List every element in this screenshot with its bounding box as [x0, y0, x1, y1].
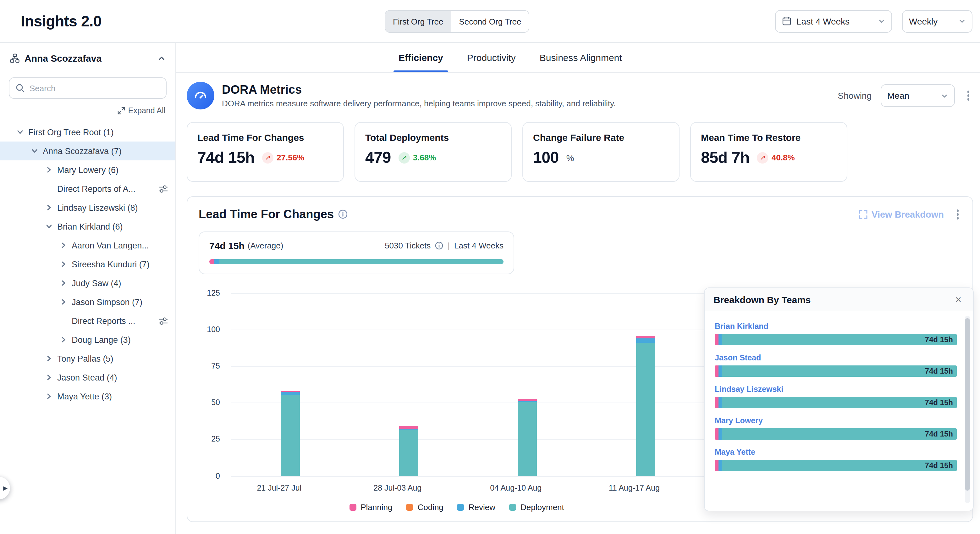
sidebar-user-name: Anna Scozzafava: [24, 53, 153, 64]
lead-time-menu-button[interactable]: [953, 206, 963, 222]
chevron-right-icon[interactable]: [44, 372, 54, 383]
tree-item-jason-simpson-7[interactable]: Jason Simpson (7): [0, 292, 175, 311]
breakdown-scrollbar: [965, 316, 970, 503]
chevron-right-icon[interactable]: [59, 240, 68, 250]
metric-card-value: 74d 15h: [197, 148, 255, 167]
org-sidebar: Anna Scozzafava Expand All First Org Tre…: [0, 43, 176, 534]
dora-title: DORA Metrics: [222, 83, 616, 97]
tree-item-label: Lindsay Liszewski (8): [57, 203, 138, 212]
x-tick-label: 21 Jul-27 Jul: [257, 483, 301, 492]
chevron-right-icon[interactable]: [44, 165, 54, 175]
tree-item-first-org-tree-root-1[interactable]: First Org Tree Root (1): [0, 123, 175, 142]
breakdown-team-name[interactable]: Mary Lowery: [715, 416, 763, 425]
tab-business-alignment[interactable]: Business Alignment: [540, 43, 622, 72]
tree-item-jason-stead-4[interactable]: Jason Stead (4): [0, 368, 175, 387]
tree-item-judy-saw-4[interactable]: Judy Saw (4): [0, 274, 175, 292]
chevron-right-icon[interactable]: [59, 259, 68, 269]
dora-menu-button[interactable]: [963, 88, 973, 104]
dora-controls: Showing Mean: [838, 84, 973, 107]
breakdown-bar-segment-deployment: [722, 397, 957, 408]
tree-item-sireesha-kunduri-7[interactable]: Sireesha Kunduri (7): [0, 255, 175, 274]
trend-up-arrow-icon: ↗: [262, 152, 274, 163]
top-header: Insights 2.0 First Org TreeSecond Org Tr…: [0, 0, 980, 43]
chevron-right-icon[interactable]: [59, 335, 68, 345]
breakdown-bar-segment-review: [719, 365, 722, 377]
chevron-right-icon[interactable]: [44, 354, 54, 363]
breakdown-team-name[interactable]: Jason Stead: [715, 354, 761, 362]
tree-item-aaron-van-langen[interactable]: Aaron Van Langen...: [0, 236, 175, 255]
search-input[interactable]: [30, 83, 160, 93]
x-tick-label: 11 Aug-17 Aug: [609, 483, 660, 492]
chart-bar-04-aug-10-aug[interactable]: [518, 399, 536, 476]
breakdown-team-name[interactable]: Brian Kirkland: [715, 322, 768, 331]
metric-card-value-row: 100%: [533, 148, 669, 167]
chevron-down-icon[interactable]: [44, 222, 54, 231]
granularity-select[interactable]: Weekly: [902, 10, 972, 32]
close-icon[interactable]: ✕: [952, 293, 964, 305]
expand-all-button[interactable]: Expand All: [10, 106, 165, 115]
breakdown-team-name[interactable]: Maya Yette: [715, 448, 755, 457]
expand-all-label: Expand All: [128, 106, 165, 115]
org-tree-toggle-second-org-tree[interactable]: Second Org Tree: [451, 11, 529, 32]
breakdown-bar-segment-planning: [715, 365, 719, 377]
breakdown-panel-title: Breakdown By Teams: [713, 294, 811, 305]
dora-description: DORA metrics measure software delivery p…: [222, 99, 616, 108]
chart-legend: PlanningCodingReviewDeployment: [220, 502, 694, 512]
main-content: EfficiencyProductivityBusiness Alignment…: [176, 43, 980, 534]
tree-item-direct-reports-of-a[interactable]: Direct Reports of A...: [0, 179, 175, 198]
info-icon[interactable]: [338, 210, 348, 219]
chevron-right-icon[interactable]: [59, 278, 68, 288]
x-tick-label: 04 Aug-10 Aug: [490, 483, 541, 492]
tab-efficiency[interactable]: Efficiency: [399, 43, 443, 72]
chevron-right-icon[interactable]: [44, 391, 54, 401]
chevron-down-icon[interactable]: [30, 146, 40, 156]
chevron-down-icon: [941, 92, 948, 99]
breakdown-team-value: 74d 15h: [925, 460, 953, 471]
tree-item-doug-lange-3[interactable]: Doug Lange (3): [0, 330, 175, 349]
view-breakdown-button[interactable]: View Breakdown: [858, 209, 944, 220]
y-tick-label: 50: [211, 398, 220, 407]
chart-bar-28-jul-03-aug[interactable]: [399, 426, 418, 476]
org-tree-toggle-first-org-tree[interactable]: First Org Tree: [385, 11, 451, 32]
breakdown-team-row-maya-yette: Maya Yette74d 15h: [715, 446, 957, 471]
lead-time-controls: View Breakdown: [858, 206, 963, 222]
lead-time-card: Lead Time For Changes View Breakdown 74d…: [187, 196, 973, 522]
metric-card-mean-time-to-restore: Mean Time To Restore85d 7h↗40.8%: [690, 122, 847, 182]
breakdown-bar-segment-review: [719, 334, 722, 345]
legend-item-coding: Coding: [406, 502, 443, 512]
filter-sliders-icon[interactable]: [158, 185, 168, 193]
info-icon[interactable]: [435, 241, 443, 249]
tree-item-lindsay-liszewski-8[interactable]: Lindsay Liszewski (8): [0, 198, 175, 217]
metric-card-total-deployments: Total Deployments479↗3.68%: [355, 122, 512, 182]
aggregation-select[interactable]: Mean: [880, 84, 955, 107]
tree-item-direct-reports[interactable]: Direct Reports ...: [0, 311, 175, 330]
breakdown-bar-segment-planning: [715, 428, 719, 440]
chart-bar-21-jul-27-jul[interactable]: [281, 391, 300, 476]
metric-delta-value: 40.8%: [772, 153, 795, 162]
tree-item-mary-lowery-6[interactable]: Mary Lowery (6): [0, 160, 175, 179]
breakdown-panel-header: Breakdown By Teams ✕: [705, 288, 973, 311]
org-hierarchy-icon: [10, 53, 19, 63]
tree-item-anna-scozzafava-7[interactable]: Anna Scozzafava (7): [0, 142, 175, 160]
breakdown-team-row-mary-lowery: Mary Lowery74d 15h: [715, 414, 957, 440]
chevron-right-icon[interactable]: [44, 202, 54, 213]
legend-swatch-planning: [349, 504, 356, 510]
tree-item-maya-yette-3[interactable]: Maya Yette (3): [0, 387, 175, 406]
filter-sliders-icon[interactable]: [158, 317, 168, 325]
breakdown-team-name[interactable]: Lindsay Liszewski: [715, 385, 783, 394]
scrollbar-thumb[interactable]: [965, 318, 970, 491]
chevron-up-icon[interactable]: [158, 54, 165, 62]
tree-item-tony-pallas-5[interactable]: Tony Pallas (5): [0, 349, 175, 368]
chart-bar-11-aug-17-aug[interactable]: [636, 336, 655, 476]
breakdown-team-value: 74d 15h: [925, 334, 953, 345]
tree-item-label: Mary Lowery (6): [57, 165, 118, 175]
date-range-select[interactable]: Last 4 Weeks: [775, 10, 892, 32]
tab-productivity[interactable]: Productivity: [467, 43, 516, 72]
chevron-down-icon[interactable]: [15, 127, 25, 137]
summary-tickets: 5030 Tickets: [385, 241, 431, 250]
breakdown-team-row-jason-stead: Jason Stead74d 15h: [715, 352, 957, 377]
tree-item-brian-kirkland-6[interactable]: Brian Kirkland (6): [0, 217, 175, 236]
chevron-right-icon[interactable]: [59, 297, 68, 307]
tree-indent-spacer: [59, 316, 68, 326]
legend-swatch-deployment: [509, 504, 516, 510]
